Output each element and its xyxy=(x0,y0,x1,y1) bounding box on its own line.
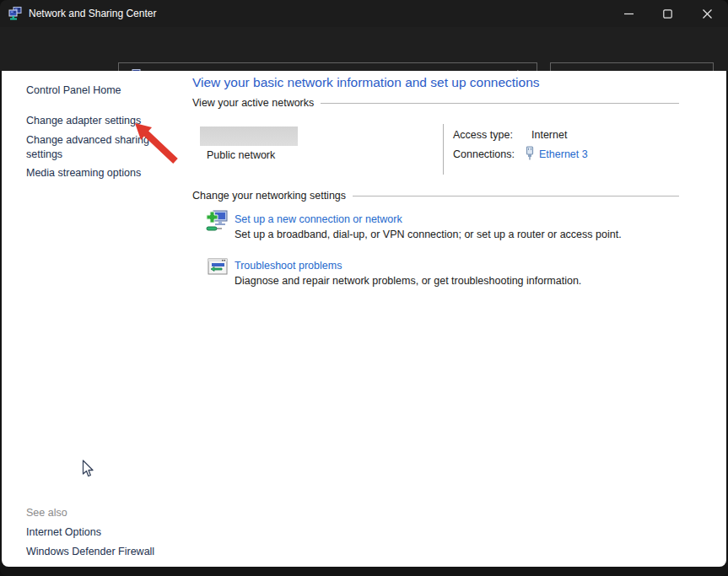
section-title: Change your networking settings xyxy=(192,190,346,202)
ethernet-plug-icon xyxy=(525,146,535,160)
page-title: View your basic network information and … xyxy=(192,75,540,90)
network-name-redacted xyxy=(200,127,298,146)
connections-label: Connections: xyxy=(453,148,515,160)
see-also-header: See also xyxy=(26,507,67,519)
section-change-networking-settings: Change your networking settings xyxy=(192,190,679,202)
sidebar-item-windows-defender-firewall[interactable]: Windows Defender Firewall xyxy=(26,546,154,557)
sidebar-item-media-streaming-options[interactable]: Media streaming options xyxy=(26,167,141,179)
close-icon xyxy=(703,9,712,19)
section-title: View your active networks xyxy=(192,97,314,109)
sidebar-item-change-adapter-settings[interactable]: Change adapter settings xyxy=(26,115,141,127)
maximize-button[interactable] xyxy=(648,0,687,27)
minimize-icon xyxy=(624,9,634,19)
content-area: Control Panel Home Change adapter settin… xyxy=(2,71,726,567)
navigation-toolbar: ← → ↑ « Network and Internet Network and… xyxy=(0,27,728,71)
section-rule xyxy=(321,103,679,104)
network-app-icon xyxy=(8,7,22,20)
title-bar: Network and Sharing Center xyxy=(0,0,728,27)
window-title: Network and Sharing Center xyxy=(29,8,156,19)
sidebar-item-change-advanced-sharing-settings[interactable]: Change advanced sharing settings xyxy=(26,133,156,162)
task-link-troubleshoot-problems[interactable]: Troubleshoot problems xyxy=(235,260,342,272)
new-connection-icon xyxy=(204,208,229,234)
task-description: Set up a broadband, dial-up, or VPN conn… xyxy=(235,229,622,240)
task-description: Diagnose and repair network problems, or… xyxy=(235,275,581,287)
connection-link-ethernet-3[interactable]: Ethernet 3 xyxy=(539,148,588,160)
task-link-setup-new-connection[interactable]: Set up a new connection or network xyxy=(235,213,402,225)
mouse-cursor xyxy=(82,460,94,478)
section-view-active-networks: View your active networks xyxy=(192,97,679,109)
close-button[interactable] xyxy=(688,0,726,27)
sidebar-item-control-panel-home[interactable]: Control Panel Home xyxy=(26,84,121,96)
troubleshoot-icon xyxy=(208,256,229,278)
sidebar-item-internet-options[interactable]: Internet Options xyxy=(26,526,101,538)
network-profile-label: Public network xyxy=(207,149,275,161)
section-rule xyxy=(353,196,679,196)
access-type-value: Internet xyxy=(531,129,567,141)
network-sharing-center-window: Network and Sharing Center ← → ↑ xyxy=(0,0,728,576)
access-type-label: Access type: xyxy=(453,129,513,141)
minimize-button[interactable] xyxy=(609,0,648,27)
maximize-icon xyxy=(663,9,672,19)
vertical-divider xyxy=(443,124,444,175)
